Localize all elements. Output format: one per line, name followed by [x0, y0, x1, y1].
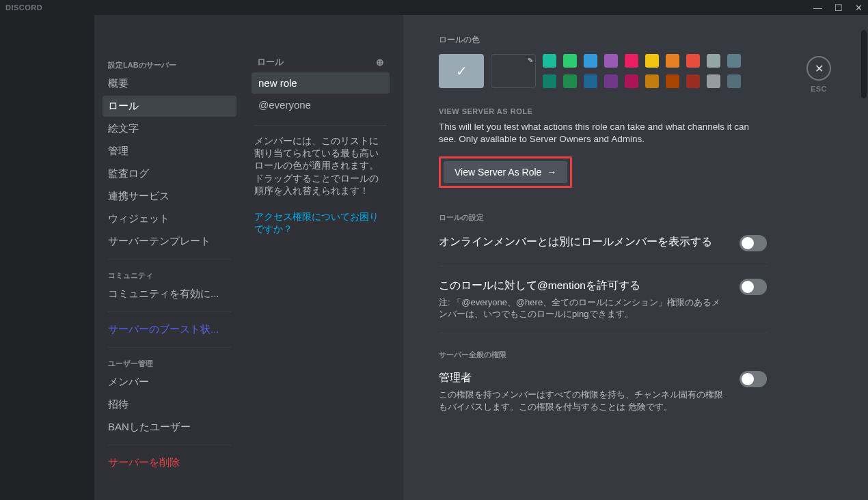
minimize-button[interactable]: —: [813, 3, 822, 13]
setting-title: このロールに対して@mentionを許可する: [439, 279, 729, 292]
close-window-button[interactable]: ✕: [855, 3, 863, 13]
nav-divider: [108, 259, 231, 260]
nav-item-invites[interactable]: 招待: [103, 394, 236, 415]
view-button-label: View Server As Role: [455, 167, 541, 178]
perm-administrator: 管理者 この権限を持つメンバーはすべての権限を持ち、チャンネル固有の権限もバイパ…: [439, 371, 767, 425]
scrollbar[interactable]: [861, 30, 867, 98]
color-swatch[interactable]: [563, 54, 577, 68]
role-settings-header: ロールの設定: [439, 212, 767, 223]
roles-divider: [254, 125, 387, 126]
setting-display-separately: オンラインメンバーとは別にロールメンバーを表示する: [439, 235, 767, 266]
roles-help-text: メンバーには、このリストに割り当てられている最も高いロールの色が適用されます。ド…: [252, 135, 390, 197]
role-item-newrole[interactable]: new role: [252, 72, 390, 94]
setting-note: 注: 「@everyone、@here、全てのロールにメンション」権限のあるメン…: [439, 296, 729, 320]
color-swatch[interactable]: [563, 74, 577, 88]
color-swatch[interactable]: [727, 54, 741, 68]
nav-item-members[interactable]: メンバー: [103, 372, 236, 393]
nav-divider: [108, 311, 231, 312]
titlebar: DISCORD — ☐ ✕: [0, 0, 868, 15]
toggle-display-separately[interactable]: [740, 235, 767, 251]
add-role-icon[interactable]: ⊕: [376, 57, 384, 68]
nav-item-boost[interactable]: サーバーのブースト状...: [103, 319, 236, 340]
color-swatch[interactable]: [707, 54, 720, 68]
window-controls: — ☐ ✕: [813, 3, 863, 13]
close-label: ESC: [806, 85, 831, 93]
color-swatch[interactable]: [727, 74, 741, 88]
color-default[interactable]: ✓: [439, 54, 484, 88]
nav-divider: [108, 347, 231, 348]
nav-section-user: ユーザー管理: [103, 355, 236, 372]
nav-item-delete-server[interactable]: サーバーを削除: [103, 452, 236, 473]
role-item-everyone[interactable]: @everyone: [252, 94, 390, 115]
color-swatch[interactable]: [543, 74, 556, 88]
check-icon: ✓: [456, 63, 467, 79]
color-swatch[interactable]: [707, 74, 720, 88]
nav-section-community: コミュニティ: [103, 266, 236, 283]
role-settings-content: ✕ ESC ロールの色 ✓ ✎ VIEW SERVER AS ROLE This…: [403, 15, 868, 500]
color-swatch[interactable]: [645, 54, 659, 68]
setting-allow-mention: このロールに対して@mentionを許可する 注: 「@everyone、@he…: [439, 279, 767, 333]
color-row-1: [543, 54, 741, 68]
arrow-right-icon: →: [547, 167, 556, 178]
color-swatch[interactable]: [625, 74, 638, 88]
color-swatch[interactable]: [604, 54, 618, 68]
view-server-as-role-button[interactable]: View Server As Role →: [444, 161, 567, 183]
settings-nav: 設定LABのサーバー 概要 ロール 絵文字 管理 監査ログ 連携サービス ウィジ…: [94, 15, 245, 500]
roles-list-column: ロール ⊕ new role @everyone メンバーには、このリストに割り…: [245, 15, 403, 500]
close-settings-button[interactable]: ✕: [806, 56, 831, 81]
perm-note: この権限を持つメンバーはすべての権限を持ち、チャンネル固有の権限もバイパスします…: [439, 389, 729, 413]
nav-item-roles[interactable]: ロール: [103, 96, 236, 117]
guild-sidebar: [0, 15, 94, 500]
nav-item-community[interactable]: コミュニティを有効に...: [103, 283, 236, 305]
color-swatch[interactable]: [584, 54, 597, 68]
pencil-icon: ✎: [528, 57, 533, 64]
color-swatch[interactable]: [645, 74, 659, 88]
color-swatch[interactable]: [686, 54, 700, 68]
setting-title: オンラインメンバーとは別にロールメンバーを表示する: [439, 235, 712, 249]
color-row-2: [543, 74, 741, 88]
color-swatch[interactable]: [625, 54, 638, 68]
color-swatch[interactable]: [666, 54, 679, 68]
roles-help-link[interactable]: アクセス権限についてお困りですか？: [252, 211, 390, 236]
nav-item-overview[interactable]: 概要: [103, 73, 236, 94]
nav-item-moderation[interactable]: 管理: [103, 141, 236, 162]
roles-header: ロール: [257, 56, 284, 68]
permissions-header: サーバー全般の権限: [439, 350, 767, 360]
color-swatch[interactable]: [543, 54, 556, 68]
view-as-role-desc: This will let you test what actions this…: [439, 121, 767, 145]
annotation-highlight: View Server As Role →: [439, 156, 572, 188]
nav-divider: [108, 445, 231, 445]
color-section-label: ロールの色: [439, 34, 767, 46]
nav-item-integrations[interactable]: 連携サービス: [103, 186, 236, 207]
discord-logo: DISCORD: [5, 3, 42, 12]
nav-item-bans[interactable]: BANしたユーザー: [103, 417, 236, 438]
perm-title: 管理者: [439, 371, 729, 385]
nav-item-emoji[interactable]: 絵文字: [103, 118, 236, 139]
color-swatch[interactable]: [666, 74, 679, 88]
toggle-allow-mention[interactable]: [740, 279, 767, 295]
nav-item-auditlog[interactable]: 監査ログ: [103, 163, 236, 184]
nav-section-server: 設定LABのサーバー: [103, 56, 236, 73]
color-swatch[interactable]: [584, 74, 597, 88]
color-swatch[interactable]: [604, 74, 618, 88]
color-custom[interactable]: ✎: [491, 54, 536, 88]
color-swatch[interactable]: [686, 74, 700, 88]
nav-item-widget[interactable]: ウィジェット: [103, 208, 236, 230]
view-as-role-header: VIEW SERVER AS ROLE: [439, 107, 767, 115]
nav-item-template[interactable]: サーバーテンプレート: [103, 231, 236, 252]
maximize-button[interactable]: ☐: [835, 3, 843, 13]
toggle-administrator[interactable]: [740, 371, 767, 387]
